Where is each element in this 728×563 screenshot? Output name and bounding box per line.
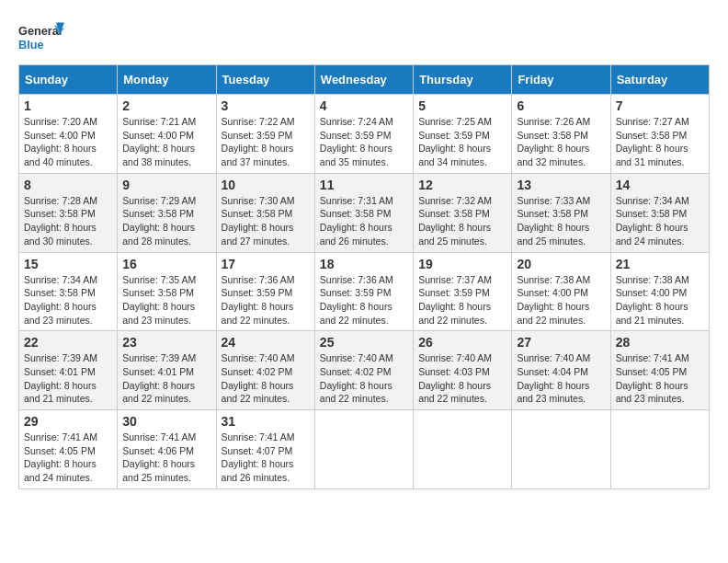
calendar-cell: 5 Sunrise: 7:25 AMSunset: 3:59 PMDayligh… xyxy=(414,95,512,174)
day-number: 10 xyxy=(222,178,310,192)
day-number: 31 xyxy=(222,414,310,429)
day-number: 3 xyxy=(222,98,310,113)
day-info: Sunrise: 7:31 AMSunset: 3:58 PMDaylight:… xyxy=(320,195,393,247)
day-number: 25 xyxy=(320,335,408,350)
day-number: 26 xyxy=(418,335,506,350)
day-info: Sunrise: 7:41 AMSunset: 4:05 PMDaylight:… xyxy=(616,352,689,404)
svg-text:Blue: Blue xyxy=(18,38,44,52)
day-info: Sunrise: 7:27 AMSunset: 3:58 PMDaylight:… xyxy=(616,116,689,167)
day-info: Sunrise: 7:36 AMSunset: 3:59 PMDaylight:… xyxy=(320,274,393,326)
calendar-cell: 22 Sunrise: 7:39 AMSunset: 4:01 PMDaylig… xyxy=(19,331,118,410)
calendar-cell: 18 Sunrise: 7:36 AMSunset: 3:59 PMDaylig… xyxy=(314,252,413,331)
day-number: 2 xyxy=(122,98,210,113)
calendar-cell: 10 Sunrise: 7:30 AMSunset: 3:58 PMDaylig… xyxy=(216,173,314,252)
day-number: 19 xyxy=(418,257,506,271)
page-header: General Blue xyxy=(18,18,710,55)
day-number: 9 xyxy=(122,178,210,192)
calendar-cell: 28 Sunrise: 7:41 AMSunset: 4:05 PMDaylig… xyxy=(610,331,709,410)
calendar-cell: 30 Sunrise: 7:41 AMSunset: 4:06 PMDaylig… xyxy=(118,410,216,489)
calendar-cell: 20 Sunrise: 7:38 AMSunset: 4:00 PMDaylig… xyxy=(512,252,610,331)
calendar-cell: 11 Sunrise: 7:31 AMSunset: 3:58 PMDaylig… xyxy=(314,173,413,252)
calendar-week-row: 15 Sunrise: 7:34 AMSunset: 3:58 PMDaylig… xyxy=(19,252,710,331)
calendar-cell: 21 Sunrise: 7:38 AMSunset: 4:00 PMDaylig… xyxy=(610,252,709,331)
calendar-cell xyxy=(414,410,512,489)
day-info: Sunrise: 7:39 AMSunset: 4:01 PMDaylight:… xyxy=(122,352,196,404)
day-info: Sunrise: 7:41 AMSunset: 4:07 PMDaylight:… xyxy=(222,431,295,483)
day-info: Sunrise: 7:24 AMSunset: 3:59 PMDaylight:… xyxy=(320,116,393,167)
calendar-cell: 26 Sunrise: 7:40 AMSunset: 4:03 PMDaylig… xyxy=(414,331,512,410)
day-info: Sunrise: 7:20 AMSunset: 4:00 PMDaylight:… xyxy=(24,116,97,167)
day-info: Sunrise: 7:40 AMSunset: 4:03 PMDaylight:… xyxy=(418,352,492,404)
day-number: 23 xyxy=(122,335,210,350)
calendar-header-sunday: Sunday xyxy=(19,65,118,95)
day-info: Sunrise: 7:26 AMSunset: 3:58 PMDaylight:… xyxy=(517,116,590,167)
day-info: Sunrise: 7:41 AMSunset: 4:06 PMDaylight:… xyxy=(122,431,196,483)
day-info: Sunrise: 7:28 AMSunset: 3:58 PMDaylight:… xyxy=(24,195,97,247)
day-number: 8 xyxy=(24,178,112,192)
day-number: 20 xyxy=(517,257,605,271)
calendar-cell: 24 Sunrise: 7:40 AMSunset: 4:02 PMDaylig… xyxy=(216,331,314,410)
day-number: 6 xyxy=(517,98,605,113)
day-info: Sunrise: 7:34 AMSunset: 3:58 PMDaylight:… xyxy=(24,274,97,326)
day-info: Sunrise: 7:37 AMSunset: 3:59 PMDaylight:… xyxy=(418,274,492,326)
day-number: 5 xyxy=(418,98,506,113)
day-number: 30 xyxy=(122,414,210,429)
day-info: Sunrise: 7:38 AMSunset: 4:00 PMDaylight:… xyxy=(616,274,689,326)
calendar-cell: 8 Sunrise: 7:28 AMSunset: 3:58 PMDayligh… xyxy=(19,173,118,252)
calendar-cell: 7 Sunrise: 7:27 AMSunset: 3:58 PMDayligh… xyxy=(610,95,709,174)
day-number: 7 xyxy=(616,98,704,113)
day-info: Sunrise: 7:32 AMSunset: 3:58 PMDaylight:… xyxy=(418,195,492,247)
day-number: 24 xyxy=(222,335,310,350)
calendar-cell: 25 Sunrise: 7:40 AMSunset: 4:02 PMDaylig… xyxy=(314,331,413,410)
calendar-cell: 27 Sunrise: 7:40 AMSunset: 4:04 PMDaylig… xyxy=(512,331,610,410)
day-info: Sunrise: 7:25 AMSunset: 3:59 PMDaylight:… xyxy=(418,116,492,167)
day-number: 4 xyxy=(320,98,408,113)
day-info: Sunrise: 7:22 AMSunset: 3:59 PMDaylight:… xyxy=(222,116,295,167)
day-info: Sunrise: 7:21 AMSunset: 4:00 PMDaylight:… xyxy=(122,116,196,167)
day-info: Sunrise: 7:40 AMSunset: 4:04 PMDaylight:… xyxy=(517,352,590,404)
day-info: Sunrise: 7:36 AMSunset: 3:59 PMDaylight:… xyxy=(222,274,295,326)
calendar-week-row: 8 Sunrise: 7:28 AMSunset: 3:58 PMDayligh… xyxy=(19,173,710,252)
day-number: 11 xyxy=(320,178,408,192)
calendar-header-tuesday: Tuesday xyxy=(216,65,314,95)
calendar-cell: 1 Sunrise: 7:20 AMSunset: 4:00 PMDayligh… xyxy=(19,95,118,174)
calendar-cell: 23 Sunrise: 7:39 AMSunset: 4:01 PMDaylig… xyxy=(118,331,216,410)
calendar-cell: 2 Sunrise: 7:21 AMSunset: 4:00 PMDayligh… xyxy=(118,95,216,174)
day-number: 15 xyxy=(24,257,112,271)
day-info: Sunrise: 7:35 AMSunset: 3:58 PMDaylight:… xyxy=(122,274,196,326)
day-info: Sunrise: 7:34 AMSunset: 3:58 PMDaylight:… xyxy=(616,195,689,247)
day-number: 12 xyxy=(418,178,506,192)
calendar-cell: 13 Sunrise: 7:33 AMSunset: 3:58 PMDaylig… xyxy=(512,173,610,252)
day-info: Sunrise: 7:30 AMSunset: 3:58 PMDaylight:… xyxy=(222,195,295,247)
calendar-header-friday: Friday xyxy=(512,65,610,95)
day-info: Sunrise: 7:40 AMSunset: 4:02 PMDaylight:… xyxy=(320,352,393,404)
day-info: Sunrise: 7:33 AMSunset: 3:58 PMDaylight:… xyxy=(517,195,590,247)
calendar-cell: 14 Sunrise: 7:34 AMSunset: 3:58 PMDaylig… xyxy=(610,173,709,252)
day-number: 18 xyxy=(320,257,408,271)
day-number: 14 xyxy=(616,178,704,192)
day-number: 16 xyxy=(122,257,210,271)
logo: General Blue xyxy=(18,18,68,55)
calendar-cell xyxy=(314,410,413,489)
day-info: Sunrise: 7:38 AMSunset: 4:00 PMDaylight:… xyxy=(517,274,590,326)
day-number: 17 xyxy=(222,257,310,271)
day-info: Sunrise: 7:29 AMSunset: 3:58 PMDaylight:… xyxy=(122,195,196,247)
calendar-week-row: 1 Sunrise: 7:20 AMSunset: 4:00 PMDayligh… xyxy=(19,95,710,174)
day-number: 29 xyxy=(24,414,112,429)
calendar-cell: 6 Sunrise: 7:26 AMSunset: 3:58 PMDayligh… xyxy=(512,95,610,174)
calendar-cell: 16 Sunrise: 7:35 AMSunset: 3:58 PMDaylig… xyxy=(118,252,216,331)
day-info: Sunrise: 7:40 AMSunset: 4:02 PMDaylight:… xyxy=(222,352,295,404)
day-number: 13 xyxy=(517,178,605,192)
calendar-header-thursday: Thursday xyxy=(414,65,512,95)
calendar-cell: 3 Sunrise: 7:22 AMSunset: 3:59 PMDayligh… xyxy=(216,95,314,174)
day-info: Sunrise: 7:41 AMSunset: 4:05 PMDaylight:… xyxy=(24,431,97,483)
day-number: 22 xyxy=(24,335,112,350)
calendar-cell xyxy=(610,410,709,489)
calendar-table: SundayMondayTuesdayWednesdayThursdayFrid… xyxy=(18,64,710,489)
day-number: 21 xyxy=(616,257,704,271)
calendar-header-wednesday: Wednesday xyxy=(314,65,413,95)
calendar-cell: 29 Sunrise: 7:41 AMSunset: 4:05 PMDaylig… xyxy=(19,410,118,489)
day-number: 28 xyxy=(616,335,704,350)
day-number: 1 xyxy=(24,98,112,113)
calendar-cell: 17 Sunrise: 7:36 AMSunset: 3:59 PMDaylig… xyxy=(216,252,314,331)
